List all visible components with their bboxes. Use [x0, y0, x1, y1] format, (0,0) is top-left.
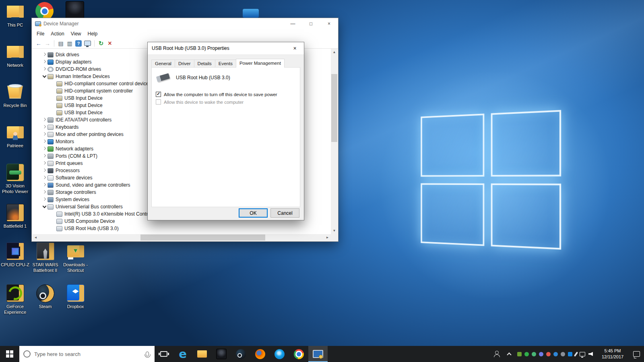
desktop-icon[interactable]: Steam [30, 283, 60, 323]
device-manager-titlebar[interactable]: Device Manager — □ × [32, 18, 338, 29]
expander-icon[interactable] [42, 132, 47, 137]
taskbar-app-button[interactable] [231, 346, 250, 362]
expander-icon[interactable] [42, 154, 47, 158]
checkbox-icon[interactable]: ✓ [156, 99, 161, 105]
dialog-tab[interactable]: General [151, 60, 175, 67]
taskbar-app-button[interactable] [308, 346, 328, 362]
tray-icon[interactable] [532, 352, 536, 356]
toolbar-icon[interactable] [56, 39, 65, 47]
cancel-button[interactable]: Cancel [270, 208, 299, 218]
desktop-icon[interactable]: STAR WARS Battlefront II [30, 241, 60, 282]
dialog-tab[interactable]: Details [194, 60, 215, 67]
window-control-button[interactable]: — [284, 18, 302, 29]
toolbar-icon[interactable] [75, 40, 82, 47]
tray-icon[interactable] [524, 352, 529, 356]
taskbar-app-button[interactable] [250, 346, 270, 362]
scroll-left-icon[interactable]: ◄ [32, 234, 39, 241]
window-control-button[interactable]: □ [302, 18, 320, 29]
dialog-tab[interactable]: Power Management [236, 59, 285, 68]
horizontal-scrollbar[interactable]: ◄ ► [32, 234, 331, 241]
taskbar-app-button[interactable] [212, 346, 231, 362]
desktop-icon[interactable]: Downloads - Shortcut [60, 241, 91, 282]
taskbar-clock[interactable]: 5:45 PM 12/11/2017 [600, 348, 625, 360]
scroll-right-icon[interactable]: ► [324, 234, 331, 241]
desktop-icon-peeking[interactable] [243, 9, 259, 18]
action-center-button[interactable] [629, 346, 644, 362]
desktop-icon[interactable]: Dropbox [60, 283, 91, 323]
tray-icon[interactable] [588, 352, 593, 356]
toolbar-icon[interactable] [34, 39, 43, 47]
desktop-icon[interactable]: GeForce Experience [0, 283, 30, 323]
ok-button[interactable]: OK [239, 208, 268, 218]
tray-icon[interactable] [580, 352, 585, 356]
taskbar-app-button[interactable] [173, 346, 192, 362]
dialog-titlebar[interactable]: USB Root Hub (USB 3.0) Properties × [148, 42, 304, 54]
tree-item[interactable]: USB Root Hub (USB 3.0) [32, 225, 331, 232]
taskbar-app-button[interactable] [289, 346, 308, 362]
toolbar-icon[interactable] [54, 40, 54, 47]
microphone-icon[interactable] [146, 352, 149, 356]
start-button[interactable] [0, 346, 19, 362]
expander-icon[interactable] [42, 74, 47, 79]
desktop-icon[interactable]: CPUID CPU-Z [0, 241, 30, 282]
vertical-scroll-track[interactable] [331, 56, 338, 227]
expander-icon[interactable] [42, 146, 47, 151]
menu-item[interactable]: File [33, 30, 47, 37]
search-input[interactable] [34, 351, 142, 357]
tray-icon[interactable] [568, 352, 572, 356]
tray-icon[interactable] [539, 352, 543, 356]
expander-icon[interactable] [42, 175, 47, 180]
desktop-icon[interactable]: This PC [0, 2, 30, 42]
desktop-icon[interactable]: Patrieee [0, 122, 30, 162]
horizontal-scroll-thumb[interactable] [140, 234, 265, 241]
checkbox-icon[interactable]: ✓ [156, 92, 161, 97]
taskbar-search[interactable] [19, 346, 155, 362]
expander-icon[interactable] [42, 125, 47, 130]
toolbar-icon[interactable] [65, 39, 74, 47]
menu-item[interactable]: Help [85, 30, 101, 37]
desktop-icon[interactable]: Network [0, 42, 30, 82]
expander-icon[interactable] [42, 60, 47, 64]
desktop-icon[interactable]: Recycle Bin [0, 82, 30, 122]
desktop-icon[interactable]: Battlefield 1 [0, 203, 30, 243]
tray-icon[interactable] [546, 352, 551, 356]
expander-icon[interactable] [42, 161, 47, 166]
power-option-row[interactable]: ✓ Allow this device to wake the computer [156, 99, 300, 105]
toolbar-icon[interactable] [94, 40, 95, 47]
taskbar-app-button[interactable] [270, 346, 289, 362]
expander-icon[interactable] [42, 183, 47, 187]
horizontal-scroll-track[interactable] [39, 234, 324, 241]
show-hidden-icons-chevron[interactable] [507, 352, 511, 357]
dialog-tab[interactable]: Events [215, 60, 236, 67]
menu-item[interactable]: Action [47, 30, 67, 37]
task-view-button[interactable] [155, 346, 173, 362]
toolbar-icon[interactable] [43, 39, 52, 47]
power-option-row[interactable]: ✓ Allow the computer to turn off this de… [156, 92, 300, 97]
expander-icon[interactable] [42, 67, 47, 72]
tray-icon[interactable] [517, 352, 522, 356]
dialog-tab[interactable]: Driver [175, 60, 194, 67]
scroll-up-icon[interactable]: ▲ [331, 49, 338, 56]
toolbar-icon[interactable] [97, 39, 105, 47]
window-control-button[interactable]: × [320, 18, 338, 29]
dialog-close-button[interactable]: × [286, 42, 304, 54]
expander-icon[interactable] [42, 117, 47, 122]
desktop-icon-game[interactable] [66, 1, 84, 19]
expander-icon[interactable] [42, 139, 47, 144]
toolbar-icon[interactable] [84, 41, 91, 46]
expander-icon[interactable] [42, 52, 47, 57]
scroll-down-icon[interactable]: ▼ [331, 227, 338, 234]
vertical-scrollbar[interactable]: ▲ ▼ [331, 49, 338, 234]
expander-icon[interactable] [42, 204, 47, 209]
taskbar-app-button[interactable] [192, 346, 212, 362]
menu-item[interactable]: View [68, 30, 85, 37]
expander-icon[interactable] [42, 190, 47, 195]
desktop-icon[interactable]: 3D Vision Photo Viewer [0, 162, 30, 203]
people-icon[interactable] [493, 351, 502, 357]
toolbar-icon[interactable] [105, 39, 114, 47]
vertical-scroll-thumb[interactable] [331, 74, 337, 142]
tray-icon[interactable] [561, 352, 565, 356]
tray-icon[interactable] [574, 352, 578, 357]
expander-icon[interactable] [42, 168, 47, 173]
expander-icon[interactable] [42, 197, 47, 202]
